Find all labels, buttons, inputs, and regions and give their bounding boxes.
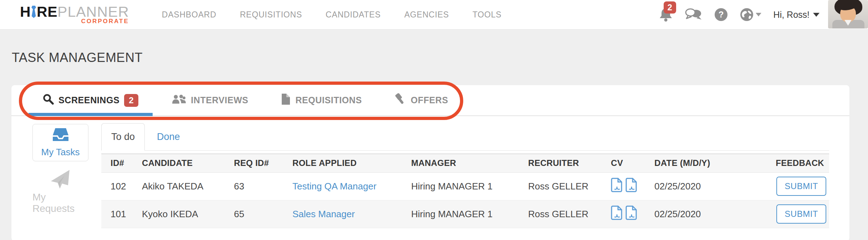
subtab-todo[interactable]: To do [101,123,145,151]
cell-date: 02/25/2020 [651,200,758,228]
task-tabs: SCREENINGS 2 INTERVIEWS REQUISITIONS OF [11,85,849,116]
user-caret-icon [813,13,820,17]
nav-item-requisitions[interactable]: REQUISITIONS [240,10,302,20]
cell-manager: Hiring MANAGER 1 [408,172,525,200]
pdf-icon[interactable] [626,177,638,195]
subtab-done[interactable]: Done [145,123,192,150]
nav-item-dashboard[interactable]: DASHBOARD [162,10,216,20]
col-header-role-applied: ROLE APPLIED [289,154,408,172]
page-title: TASK MANAGEMENT [12,50,143,65]
svg-text:?: ? [718,10,724,19]
logo-subtitle: CORPORATE [20,18,129,25]
tie-icon [31,6,36,18]
cell-id: 101 [101,200,138,228]
tab-interviews-label: INTERVIEWS [191,95,248,105]
tab-screenings[interactable]: SCREENINGS 2 [26,85,155,115]
cell-role-link[interactable]: Testing QA Manager [289,172,408,200]
main-nav: DASHBOARD REQUISITIONS CANDIDATES AGENCI… [162,10,502,20]
notifications-count-badge: 2 [664,1,676,14]
col-header-recruiter: RECRUITER [525,154,607,172]
cell-candidate: Akiko TAKEDA [138,172,230,200]
todo-done-tabs: To do Done [101,123,829,151]
cell-req-id: 63 [230,172,289,200]
tab-interviews[interactable]: INTERVIEWS [155,85,265,115]
col-header-req-id: REQ ID# [230,154,289,172]
user-menu[interactable]: Hi, Ross! [773,10,820,20]
col-header-feedback: FEEDBACK [758,154,829,172]
col-header-cv: CV [607,154,651,172]
gavel-icon [395,93,406,107]
logo-text-h: H [20,5,31,19]
nav-item-tools[interactable]: TOOLS [473,10,502,20]
cell-role-link[interactable]: Sales Manager [289,200,408,228]
user-avatar[interactable] [828,0,868,28]
search-icon [43,94,54,107]
nav-item-candidates[interactable]: CANDIDATES [326,10,381,20]
cell-date: 02/25/2020 [651,172,758,200]
users-icon [171,94,186,107]
cell-req-id: 65 [230,200,289,228]
col-header-date: DATE (M/D/Y) [651,154,758,172]
tab-requisitions[interactable]: REQUISITIONS [265,85,378,115]
card-body: My Tasks My Requests To do Done [11,116,849,240]
paper-plane-icon [48,169,73,193]
col-header-candidate: CANDIDATE [138,154,230,172]
inbox-icon [52,127,69,144]
table-header-row: ID# CANDIDATE REQ ID# ROLE APPLIED MANAG… [101,154,829,172]
task-content: To do Done ID# CANDIDATE REQ ID# ROLE AP… [101,116,849,240]
hireplanner-logo[interactable]: H RE PLANNER CORPORATE [20,5,129,25]
task-sidebar: My Tasks My Requests [11,116,101,240]
language-globe-icon[interactable] [740,8,761,21]
table-row: 101 Kyoko IKEDA 65 Sales Manager Hiring … [101,200,829,228]
notifications-bell-icon[interactable]: 2 [659,7,673,22]
cell-manager: Hiring MANAGER 1 [408,200,525,228]
sidebar-item-my-requests[interactable]: My Requests [32,171,88,214]
messages-chat-icon[interactable] [685,8,702,21]
task-management-card: SCREENINGS 2 INTERVIEWS REQUISITIONS OF [11,85,850,240]
cell-cv [607,200,651,228]
user-greeting: Hi, Ross! [773,10,810,20]
screenings-table: ID# CANDIDATE REQ ID# ROLE APPLIED MANAG… [101,153,829,228]
logo-text-planner: PLANNER [57,5,129,19]
screenings-count-badge: 2 [124,94,138,107]
tab-requisitions-label: REQUISITIONS [295,95,362,105]
pdf-icon[interactable] [611,205,623,223]
cell-candidate: Kyoko IKEDA [138,200,230,228]
my-requests-label: My Requests [32,192,88,214]
pdf-icon[interactable] [626,205,638,223]
task-management-page: H RE PLANNER CORPORATE DASHBOARD REQUISI… [0,0,868,240]
top-navigation-bar: H RE PLANNER CORPORATE DASHBOARD REQUISI… [0,0,868,30]
topbar-right-controls: 2 ? Hi, Ross! [659,7,820,22]
sidebar-item-my-tasks[interactable]: My Tasks [32,124,88,161]
submit-button[interactable]: SUBMIT [776,204,826,224]
my-tasks-label: My Tasks [41,147,80,158]
cell-recruiter: Ross GELLER [525,200,607,228]
help-icon[interactable]: ? [714,8,728,21]
cell-recruiter: Ross GELLER [525,172,607,200]
submit-button[interactable]: SUBMIT [776,177,826,196]
tab-offers-label: OFFERS [411,95,448,105]
cell-id: 102 [101,172,138,200]
document-icon [281,93,291,107]
tab-offers[interactable]: OFFERS [378,85,465,115]
pdf-icon[interactable] [611,177,623,195]
nav-item-agencies[interactable]: AGENCIES [404,10,449,20]
col-header-id: ID# [101,154,138,172]
table-row: 102 Akiko TAKEDA 63 Testing QA Manager H… [101,172,829,200]
language-caret-icon [756,13,761,16]
col-header-manager: MANAGER [408,154,525,172]
logo-text-re: RE [37,5,57,19]
tab-screenings-label: SCREENINGS [58,95,119,105]
cell-cv [607,172,651,200]
